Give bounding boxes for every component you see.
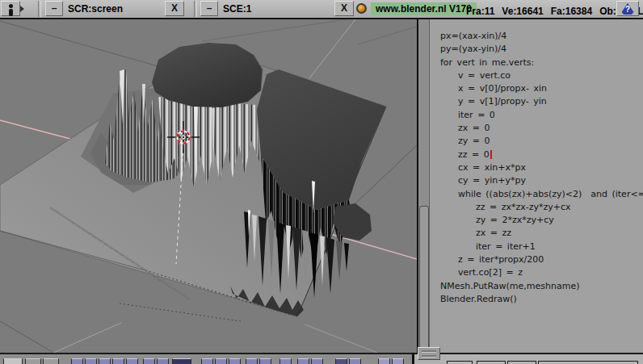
toolbar-button[interactable] xyxy=(215,358,227,364)
code-line: zx = 0 xyxy=(440,122,643,135)
code-line: v = vert.co xyxy=(440,69,643,82)
toolbar-button[interactable] xyxy=(143,358,155,364)
header-divider xyxy=(38,1,41,17)
toolbar-button[interactable] xyxy=(349,358,361,364)
code-line: py=(yax-yin)/4 xyxy=(440,43,643,56)
code-line: zx = zz xyxy=(440,227,643,240)
code-line: zz = 0 xyxy=(440,149,643,161)
scrollbar-thumb[interactable] xyxy=(419,206,429,353)
scene-name-label[interactable]: SCE:1 xyxy=(223,3,251,15)
screen-name-label[interactable]: SCR:screen xyxy=(68,3,123,15)
code-line: zz = zx*zx-zy*zy+cx xyxy=(440,201,643,214)
3d-viewport[interactable] xyxy=(0,19,417,353)
blender-logo-icon xyxy=(8,4,14,15)
toolbar-button[interactable] xyxy=(447,361,473,364)
header-stat: Fa:16384 xyxy=(551,6,592,17)
toolbar-button[interactable] xyxy=(311,358,323,364)
code-line: iter = 0 xyxy=(440,109,643,122)
toolbar-button[interactable] xyxy=(172,358,191,364)
chevron-right-icon xyxy=(20,6,24,12)
blender-window: – SCR:screen X – SCE:1 X www.blender.nl … xyxy=(0,0,643,364)
toolbar-button[interactable] xyxy=(259,358,271,364)
code-line: z = iter*propx/200 xyxy=(440,253,643,266)
scene-browse-button[interactable]: – xyxy=(200,1,218,16)
code-line: Blender.Redraw() xyxy=(440,293,643,306)
code-text-area[interactable]: px=(xax-xin)/4py=(yax-yin)/4for vert in … xyxy=(430,19,643,353)
toolbar-button[interactable] xyxy=(229,358,241,364)
header-stat: Fra:11 xyxy=(466,6,494,17)
toolbar-button[interactable] xyxy=(538,361,638,364)
code-line: cy = yin+y*py xyxy=(440,174,643,187)
toolbar-button[interactable] xyxy=(3,358,23,364)
toolbar-button[interactable] xyxy=(99,358,111,364)
toolbar-button[interactable] xyxy=(477,361,506,364)
viewport-canvas xyxy=(0,19,417,353)
viewport-header-bar xyxy=(0,353,412,364)
editor-scrollbar[interactable] xyxy=(418,19,430,353)
code-line: x = v[0]/propx- xin xyxy=(440,82,643,95)
toolbar-button[interactable] xyxy=(335,358,347,364)
toolbar-button[interactable] xyxy=(279,358,292,364)
terrain-mesh xyxy=(0,43,386,321)
toolbar-button[interactable] xyxy=(246,358,258,364)
code-line: NMesh.PutRaw(me,meshname) xyxy=(440,280,643,293)
toolbar-button[interactable] xyxy=(297,358,309,364)
toolbar-button[interactable] xyxy=(71,358,83,364)
scene-close-button[interactable]: X xyxy=(334,1,354,16)
code-line: cx = xin+x*px xyxy=(440,161,643,174)
toolbar-button[interactable] xyxy=(126,358,138,364)
toolbar-button[interactable] xyxy=(157,358,169,364)
code-line: while ((abs(zx)+abs(zy)<2) and (iter<=10 xyxy=(440,188,643,201)
toolbar-button[interactable] xyxy=(392,358,404,364)
toolbar-button[interactable] xyxy=(378,358,390,364)
toolbar-button[interactable] xyxy=(112,358,124,364)
code-line: y = v[1]/propy- yin xyxy=(440,95,643,108)
code-line: vert.co[2] = z xyxy=(440,266,643,279)
question-mark-icon: ? xyxy=(622,3,634,15)
header-divider xyxy=(194,1,197,17)
text-cursor xyxy=(490,150,492,159)
header-stat: Ve:16641 xyxy=(502,6,543,17)
code-line: px=(xax-xin)/4 xyxy=(440,30,643,43)
screen-browse-button[interactable]: – xyxy=(45,1,63,16)
blender-logo-button[interactable] xyxy=(1,1,20,16)
blender-orb-icon[interactable] xyxy=(356,3,367,14)
toolbar-button[interactable] xyxy=(85,358,97,364)
code-line: for vert in me.verts: xyxy=(440,56,643,69)
toolbar-button[interactable] xyxy=(25,358,41,364)
toolbar-button[interactable] xyxy=(507,361,536,364)
scrollbar-end-button[interactable] xyxy=(418,347,440,360)
code-line: zy = 2*zx*zy+cy xyxy=(440,214,643,227)
toolbar-button[interactable] xyxy=(43,358,59,364)
toolbar-button[interactable] xyxy=(201,358,213,364)
code-line: iter = iter+1 xyxy=(440,241,643,253)
text-editor-panel: px=(xax-xin)/4py=(yax-yin)/4for vert in … xyxy=(417,19,643,353)
top-header-bar: – SCR:screen X – SCE:1 X www.blender.nl … xyxy=(0,0,643,19)
screen-close-button[interactable]: X xyxy=(165,1,184,16)
version-banner: www.blender.nl V170 xyxy=(371,2,477,15)
code-line: zy = 0 xyxy=(440,135,643,148)
help-button[interactable]: ? xyxy=(616,1,639,16)
editor-header-bar xyxy=(414,353,643,364)
